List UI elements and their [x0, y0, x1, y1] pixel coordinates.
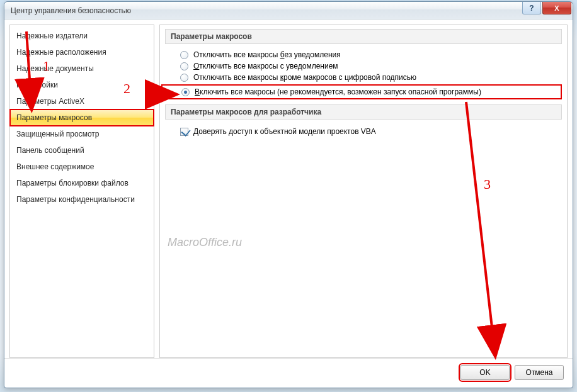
close-button[interactable]: X: [542, 2, 571, 14]
titlebar[interactable]: Центр управления безопасностью ? X: [4, 2, 573, 20]
titlebar-buttons: ? X: [521, 2, 571, 14]
sidebar-item-external-content[interactable]: Внешнее содержимое: [10, 159, 154, 175]
main-panel: Параметры макросов Отключить все макросы…: [159, 25, 568, 358]
sidebar-item-message-bar[interactable]: Панель сообщений: [10, 142, 154, 159]
content-area: Надежные издатели Надежные расположения …: [4, 20, 573, 358]
radio-icon: [180, 74, 188, 82]
radio-label: Отключить все макросы без уведомления: [193, 50, 341, 59]
radio-disable-with-notify[interactable]: Отключить все макросы с уведомлением: [180, 60, 562, 72]
dialog-footer: OK Отмена: [4, 358, 573, 388]
radio-disable-except-signed[interactable]: Отключить все макросы кроме макросов с ц…: [180, 72, 562, 83]
trust-center-window: Центр управления безопасностью ? X Надеж…: [4, 1, 573, 388]
help-button[interactable]: ?: [522, 2, 541, 14]
macro-settings-radios: Отключить все макросы без уведомления От…: [165, 49, 562, 104]
radio-icon: [180, 51, 188, 59]
radio-label: Включить все макросы (не рекомендуется, …: [195, 87, 481, 96]
checkbox-label: Доверять доступ к объектной модели проек…: [193, 127, 376, 136]
checkbox-icon: [180, 128, 188, 136]
sidebar-item-trusted-documents[interactable]: Надежные документы: [10, 60, 154, 77]
group-developer-header: Параметры макросов для разработчика: [165, 104, 562, 120]
sidebar-item-macro-settings[interactable]: Параметры макросов: [10, 109, 154, 126]
sidebar-item-activex[interactable]: Параметры ActiveX: [10, 93, 154, 109]
trust-vba-checkbox[interactable]: Доверять доступ к объектной модели проек…: [165, 125, 562, 136]
cancel-button[interactable]: Отмена: [515, 365, 564, 380]
watermark: MacroOffice.ru: [168, 236, 242, 249]
sidebar: Надежные издатели Надежные расположения …: [9, 25, 154, 358]
radio-enable-all[interactable]: Включить все макросы (не рекомендуется, …: [161, 84, 562, 99]
radio-icon: [181, 88, 190, 96]
radio-disable-no-notify[interactable]: Отключить все макросы без уведомления: [180, 49, 562, 60]
sidebar-item-privacy[interactable]: Параметры конфиденциальности: [10, 191, 154, 208]
sidebar-item-protected-view[interactable]: Защищенный просмотр: [10, 126, 154, 142]
window-title: Центр управления безопасностью: [11, 6, 131, 15]
group-macro-settings-header: Параметры макросов: [165, 29, 562, 44]
radio-icon: [180, 62, 188, 70]
sidebar-item-file-block[interactable]: Параметры блокировки файлов: [10, 175, 154, 191]
sidebar-item-trusted-locations[interactable]: Надежные расположения: [10, 44, 154, 60]
radio-label: Отключить все макросы кроме макросов с ц…: [193, 73, 416, 82]
sidebar-item-trusted-publishers[interactable]: Надежные издатели: [10, 28, 154, 44]
ok-button[interactable]: OK: [460, 365, 510, 380]
sidebar-item-addins[interactable]: Надстройки: [10, 77, 154, 93]
radio-label: Отключить все макросы с уведомлением: [193, 62, 338, 70]
